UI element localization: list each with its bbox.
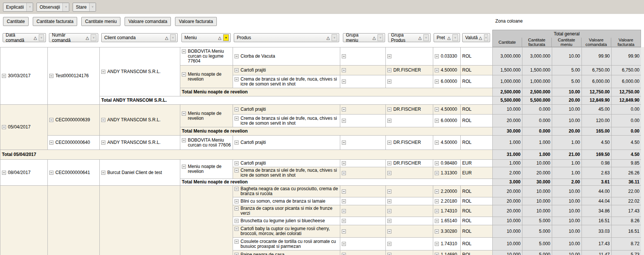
collapse-icon[interactable] <box>342 54 346 58</box>
data-field-valoare-comandata[interactable]: Valoare comandata <box>125 17 171 26</box>
collapse-icon[interactable] <box>387 161 391 165</box>
collapse-icon[interactable] <box>435 199 439 203</box>
filter-dropdown-icon[interactable] <box>452 34 458 41</box>
collapse-icon[interactable] <box>387 171 391 175</box>
chevron-down-icon[interactable] <box>89 3 96 11</box>
collapse-icon[interactable] <box>387 253 391 255</box>
collapse-icon[interactable] <box>435 161 439 165</box>
filter-dropdown-icon[interactable] <box>91 34 96 41</box>
collapse-icon[interactable] <box>435 253 439 255</box>
field-header-client-comanda[interactable]: Client comanda △ <box>101 33 178 42</box>
field-header-numar-comanda[interactable]: Număr comandă △ <box>49 33 98 42</box>
collapse-icon[interactable] <box>101 171 105 175</box>
collapse-icon[interactable] <box>435 107 439 111</box>
collapse-icon[interactable] <box>101 140 105 145</box>
collapse-icon[interactable] <box>435 229 439 234</box>
collapse-icon[interactable] <box>234 187 239 191</box>
field-header-valuta[interactable]: Valută △ <box>462 33 490 42</box>
collapse-icon[interactable] <box>387 140 391 145</box>
filter-field-stare[interactable]: Stare <box>73 3 96 12</box>
collapse-icon[interactable] <box>234 54 239 58</box>
collapse-icon[interactable] <box>342 199 346 203</box>
collapse-icon[interactable] <box>342 242 346 246</box>
collapse-icon[interactable] <box>435 209 439 213</box>
field-header-data-comanda[interactable]: Dată comandă △ <box>3 33 46 42</box>
filter-dropdown-icon[interactable] <box>39 34 44 41</box>
data-field-cantitate[interactable]: Cantitate <box>3 17 29 26</box>
collapse-icon[interactable] <box>435 242 439 246</box>
collapse-icon[interactable] <box>234 116 239 121</box>
filter-dropdown-icon[interactable] <box>423 34 429 41</box>
collapse-icon[interactable] <box>342 68 346 72</box>
collapse-icon[interactable] <box>234 240 239 244</box>
chevron-down-icon[interactable] <box>26 3 33 11</box>
filter-dropdown-icon[interactable] <box>378 34 383 41</box>
collapse-icon[interactable] <box>387 68 391 72</box>
collapse-icon[interactable] <box>342 79 346 84</box>
collapse-icon[interactable] <box>182 111 186 116</box>
collapse-icon[interactable] <box>342 171 346 175</box>
collapse-icon[interactable] <box>49 74 53 78</box>
collapse-icon[interactable] <box>234 168 239 173</box>
collapse-icon[interactable] <box>342 140 346 145</box>
collapse-icon[interactable] <box>234 107 239 111</box>
field-header-produs[interactable]: Produs △ <box>234 33 339 42</box>
collapse-icon[interactable] <box>342 161 346 165</box>
collapse-icon[interactable] <box>435 79 439 84</box>
collapse-icon[interactable] <box>387 119 391 123</box>
collapse-icon[interactable] <box>101 70 105 74</box>
collapse-icon[interactable] <box>387 209 391 213</box>
collapse-icon[interactable] <box>49 171 53 175</box>
collapse-icon[interactable] <box>234 199 239 203</box>
collapse-icon[interactable] <box>435 171 439 175</box>
data-field-valoare-facturata[interactable]: Valoare facturata <box>175 17 217 26</box>
collapse-icon[interactable] <box>2 74 6 78</box>
collapse-icon[interactable] <box>234 227 239 231</box>
collapse-icon[interactable] <box>387 79 391 84</box>
collapse-icon[interactable] <box>234 253 239 255</box>
collapse-icon[interactable] <box>2 171 6 175</box>
collapse-icon[interactable] <box>49 118 53 122</box>
collapse-icon[interactable] <box>342 107 346 111</box>
collapse-icon[interactable] <box>435 68 439 72</box>
collapse-icon[interactable] <box>435 140 439 145</box>
collapse-icon[interactable] <box>234 77 239 81</box>
collapse-icon[interactable] <box>435 54 439 58</box>
collapse-icon[interactable] <box>234 68 239 72</box>
collapse-icon[interactable] <box>435 189 439 194</box>
chevron-down-icon[interactable] <box>62 3 69 11</box>
collapse-icon[interactable] <box>435 119 439 123</box>
field-header-grupa-meniu[interactable]: Grupa meniu △ <box>343 33 385 42</box>
collapse-icon[interactable] <box>234 206 239 211</box>
collapse-icon[interactable] <box>342 209 346 213</box>
collapse-icon[interactable] <box>182 72 186 76</box>
filter-field-observatii[interactable]: Observaţii <box>37 3 69 12</box>
collapse-icon[interactable] <box>342 253 346 255</box>
collapse-icon[interactable] <box>49 140 53 145</box>
collapse-icon[interactable] <box>387 54 391 58</box>
collapse-icon[interactable] <box>387 242 391 246</box>
filter-dropdown-icon[interactable] <box>170 34 176 41</box>
collapse-icon[interactable] <box>387 107 391 111</box>
collapse-icon[interactable] <box>342 189 346 194</box>
collapse-icon[interactable] <box>234 161 239 165</box>
collapse-icon[interactable] <box>342 219 346 223</box>
collapse-icon[interactable] <box>342 119 346 123</box>
collapse-icon[interactable] <box>234 219 239 223</box>
collapse-icon[interactable] <box>342 229 346 234</box>
collapse-icon[interactable] <box>387 229 391 234</box>
collapse-icon[interactable] <box>2 125 6 129</box>
filter-dropdown-icon[interactable] <box>484 34 488 41</box>
collapse-icon[interactable] <box>387 219 391 223</box>
collapse-icon[interactable] <box>182 49 186 53</box>
collapse-icon[interactable] <box>387 199 391 203</box>
field-header-grupa-produs[interactable]: Grupa Produs △ <box>388 33 431 42</box>
collapse-icon[interactable] <box>182 138 186 142</box>
data-field-cantitate-meniu[interactable]: Cantitate meniu <box>81 17 120 26</box>
collapse-icon[interactable] <box>101 118 105 122</box>
filter-field-explicatii[interactable]: Explicatii <box>3 3 33 12</box>
field-header-meniu[interactable]: Meniu △ <box>181 33 231 42</box>
collapse-icon[interactable] <box>387 189 391 194</box>
collapse-icon[interactable] <box>435 219 439 223</box>
collapse-icon[interactable] <box>182 165 186 169</box>
